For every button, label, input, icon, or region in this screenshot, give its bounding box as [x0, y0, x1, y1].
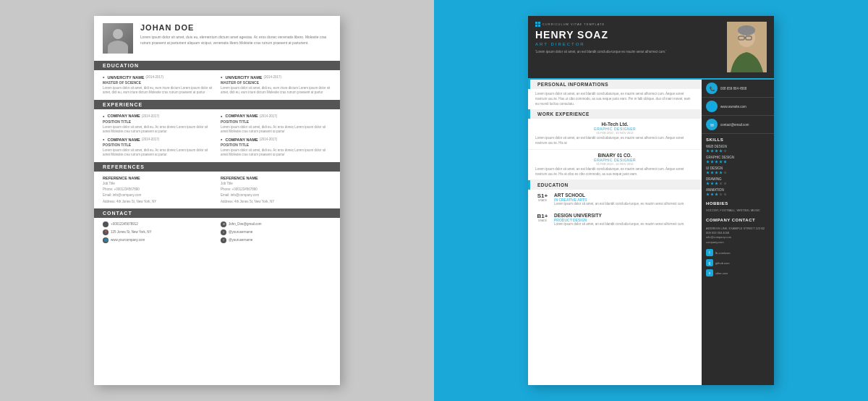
- cv-card-right: CURRICULUM VITAE TEMPLATE HENRY SOAZ ART…: [528, 16, 774, 385]
- right-cv-name: HENRY SOAZ: [535, 30, 727, 41]
- work-entry-2: BINARY 01 CO. GRAPHIC DESIGNER 05 FEB 20…: [528, 150, 702, 181]
- skill-name-3: UI DESIGN: [706, 166, 770, 170]
- exp-body-4: Lorem ipsum dolor sit amet, didi eu. Ac …: [221, 148, 331, 158]
- social-github: g github.user: [702, 258, 774, 268]
- star: [719, 149, 723, 153]
- grade-box-1: S1+ GRADE: [535, 193, 550, 207]
- contact-address: 📍 125 Jones St, New York, NY: [103, 229, 213, 235]
- edu-degree-2: MASTER OF SCIENCE: [221, 80, 331, 85]
- edu-body-2: Lorem ipsum dolor sit amet, didi eu, eum…: [221, 86, 331, 96]
- grade-label-2: GRADE: [535, 219, 550, 222]
- skill-stars-3: [706, 171, 770, 174]
- skill-stars-1: [706, 149, 770, 153]
- contact-twitter: t @yourusername: [221, 229, 331, 235]
- work-company-2: BINARY 01 CO.: [535, 153, 694, 158]
- references-header: REFERENCES: [94, 162, 340, 172]
- right-cv-title: ART DIRECTOR: [535, 42, 727, 46]
- company-contact-section: ADDRESS LINE, EXAMPLE STREET 123 B2 008 …: [702, 224, 774, 248]
- social-viber: v viber.user: [702, 268, 774, 278]
- hobbies-header: HOBBIES: [702, 198, 774, 207]
- exp-body-1: Lorem ipsum dolor sit amet, didi eu. Ac …: [103, 125, 213, 135]
- skill-stars-5: [706, 193, 770, 196]
- exp-col-1: • COMPANY NAME (2014-2017) POSITION TITL…: [103, 114, 213, 158]
- edu-desc-right-2: Lorem ipsum dolor sit amet, an est bland…: [554, 222, 694, 227]
- ref-address-2: Address: 4th Jones St, New York, NY: [221, 200, 331, 204]
- education-header: EDUCATION: [94, 61, 340, 70]
- exp-role-3: POSITION TITLE: [103, 143, 213, 147]
- skill-stars-4: [706, 182, 770, 185]
- work-desc-1: Lorem ipsum dolor sit amet, an est bland…: [535, 136, 694, 146]
- edu-school-right-2: DESIGN UNIVERSITY: [554, 213, 694, 218]
- ref-entry-2: REFERENCE NAME Job Title Phone: +0001234…: [221, 176, 331, 204]
- experience-cols: • COMPANY NAME (2014-2017) POSITION TITL…: [94, 109, 340, 162]
- sidebar-website: 🌐 www.ownsite.com: [702, 98, 774, 116]
- sidebar-phone: 📞 008 659 864 4568: [702, 80, 774, 98]
- edu-entry-right-2: B1+ GRADE DESIGN UNIVERSITY PRODUCT DESI…: [528, 210, 702, 230]
- exp-body-3: Lorem ipsum dolor sit amet, didi eu. Ac …: [103, 148, 213, 158]
- sidebar-web-icon: 🌐: [706, 101, 718, 112]
- hobbies-text: SOCCER, FOOTBALL, WRITING, MUSIC: [702, 207, 774, 214]
- work-company-1: Hi-Tech Ltd.: [535, 122, 694, 127]
- education-cols: • UNIVERCITY NAME (2014-2017) MASTER OF …: [94, 70, 340, 100]
- edu-entry-2: • UNIVERCITY NAME (2014-2017) MASTER OF …: [221, 75, 331, 96]
- exp-date-1: (2014-2017): [142, 114, 160, 118]
- avatar-image-right: [727, 22, 767, 72]
- bullet-icon-2: •: [221, 75, 222, 80]
- ref-title-1: Job Title: [103, 182, 213, 186]
- cv-intro: Lorem ipsum dolor sit amet, duis eu, ele…: [140, 35, 331, 46]
- star-empty: [723, 149, 727, 153]
- edu-date-1: (2014-2017): [145, 75, 163, 79]
- exp-date-4: (2014-2017): [260, 138, 278, 141]
- sidebar-email-text: contact@email.com: [720, 123, 749, 127]
- right-cv-quote: 'Lorem ipsum dolor sit amet, an est blan…: [535, 50, 727, 54]
- edu-content-1: ART SCHOOL IN CREATIVE ARTS Lorem ipsum …: [554, 193, 694, 207]
- phone-text: +00012345678912: [111, 222, 138, 226]
- edu-school-1: UNIVERCITY NAME: [107, 75, 144, 80]
- avatar-left: [103, 23, 133, 54]
- experience-header: EXPERIENCE: [94, 100, 340, 109]
- bullet-icon: •: [103, 75, 104, 80]
- cv-full-name: JOHAN DOE: [140, 23, 331, 32]
- web-icon: 🌐: [103, 237, 109, 243]
- work-date-2: 05 FEB 2010 - 10 NOV 2013: [535, 162, 694, 166]
- education-header-right: EDUCATION: [528, 180, 702, 190]
- skill-name-1: WEB DESIGN: [706, 145, 770, 148]
- sidebar-phone-text: 008 659 864 4568: [720, 87, 746, 90]
- contact-email: ✉ John_Doe@gmail.com: [221, 221, 331, 227]
- work-date-1: 05 FEB 2010 - 10 NOV 2013: [535, 131, 694, 135]
- phone-icon: 📞: [103, 221, 109, 227]
- exp-company-4: COMPANY NAME: [225, 138, 258, 142]
- email-icon: ✉: [221, 221, 226, 227]
- personal-info-content: Lorem ipsum dolor sit amet, an est bland…: [528, 89, 702, 109]
- edu-school-2: UNIVERCITY NAME: [225, 75, 262, 80]
- skill-3: UI DESIGN: [702, 165, 774, 176]
- skill-1: WEB DESIGN: [702, 143, 774, 154]
- ref-address-1: Address: 4th Jones St, New York, NY: [103, 200, 213, 204]
- grade-value-2: B1+: [535, 213, 550, 219]
- sidebar-email-icon: ✉: [706, 119, 718, 130]
- edu-school-right-1: ART SCHOOL: [554, 193, 694, 198]
- viber-social-icon: v: [706, 269, 713, 277]
- company-website: company.com: [706, 240, 770, 245]
- work-desc-2: Lorem ipsum dolor sit amet, an est bland…: [535, 167, 694, 177]
- social-facebook: f fb.com/user: [702, 248, 774, 258]
- cv-right-header-content: CURRICULUM VITAE TEMPLATE HENRY SOAZ ART…: [535, 22, 727, 72]
- work-experience-header: WORK EXPERIENCE: [528, 109, 702, 119]
- address-text: 125 Jones St, New York, NY: [111, 230, 152, 234]
- cv-right-main: PERSONAL INFORMATIONS Lorem ipsum dolor …: [528, 80, 702, 385]
- twitter-text: @yourusername: [229, 230, 252, 234]
- personal-info-text: Lorem ipsum dolor sit amet, an est bland…: [535, 92, 694, 106]
- exp-company-1: COMPANY NAME: [107, 114, 140, 118]
- star: [715, 149, 718, 153]
- exp-company-2: COMPANY NAME: [225, 114, 258, 118]
- skill-2: GRAPHIC DESIGN: [702, 154, 774, 165]
- social-vb-text: viber.user: [715, 271, 728, 275]
- company-contact-header: COMPANY CONTACT: [702, 214, 774, 224]
- exp-company-3: COMPANY NAME: [107, 138, 140, 142]
- svg-point-5: [738, 25, 755, 35]
- sidebar-email: ✉ contact@email.com: [702, 116, 774, 134]
- personal-info-header: PERSONAL INFORMATIONS: [528, 80, 702, 89]
- exp-role-1: POSITION TITLE: [103, 119, 213, 124]
- website-text: www.yourcompany.com: [111, 238, 145, 242]
- facebook-text: @yourusername: [229, 238, 252, 242]
